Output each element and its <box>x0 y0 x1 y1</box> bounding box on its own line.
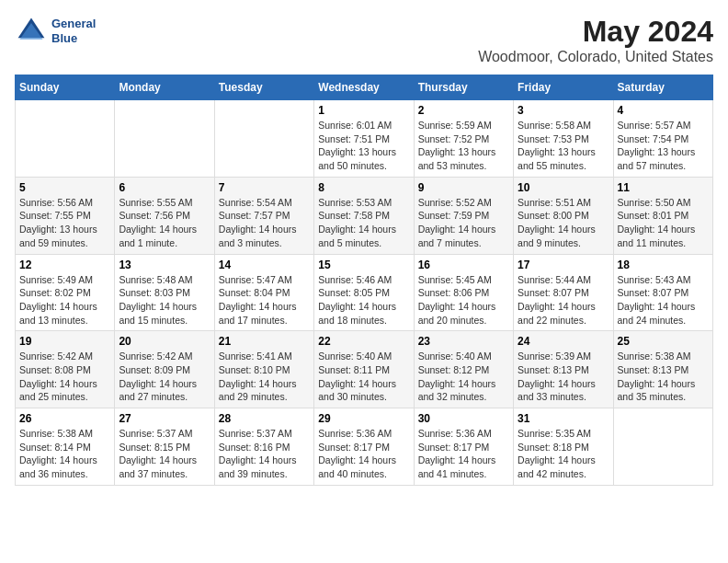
calendar-cell: 31Sunrise: 5:35 AMSunset: 8:18 PMDayligh… <box>514 408 613 486</box>
calendar-subtitle: Woodmoor, Colorado, United States <box>478 49 713 65</box>
calendar-cell: 25Sunrise: 5:38 AMSunset: 8:13 PMDayligh… <box>613 331 712 408</box>
calendar-cell: 4Sunrise: 5:57 AMSunset: 7:54 PMDaylight… <box>613 100 712 178</box>
column-header-sunday: Sunday <box>16 75 115 100</box>
calendar-cell <box>613 408 712 486</box>
calendar-cell: 21Sunrise: 5:41 AMSunset: 8:10 PMDayligh… <box>214 331 313 408</box>
day-number: 14 <box>219 259 310 271</box>
calendar-cell: 7Sunrise: 5:54 AMSunset: 7:57 PMDaylight… <box>214 177 313 254</box>
calendar-cell: 19Sunrise: 5:42 AMSunset: 8:08 PMDayligh… <box>16 331 115 408</box>
day-number: 17 <box>518 259 609 271</box>
day-info: Sunrise: 5:59 AMSunset: 7:52 PMDaylight:… <box>418 119 509 173</box>
calendar-cell: 28Sunrise: 5:37 AMSunset: 8:16 PMDayligh… <box>214 408 313 486</box>
column-header-wednesday: Wednesday <box>314 75 414 100</box>
logo-text: General Blue <box>51 17 96 45</box>
day-number: 12 <box>19 259 110 271</box>
day-info: Sunrise: 5:54 AMSunset: 7:57 PMDaylight:… <box>219 196 310 250</box>
week-row-2: 5Sunrise: 5:56 AMSunset: 7:55 PMDaylight… <box>16 177 713 254</box>
calendar-cell: 29Sunrise: 5:36 AMSunset: 8:17 PMDayligh… <box>314 408 414 486</box>
day-number: 26 <box>19 412 110 425</box>
calendar-table: SundayMondayTuesdayWednesdayThursdayFrid… <box>15 75 713 486</box>
day-info: Sunrise: 5:50 AMSunset: 8:01 PMDaylight:… <box>618 196 709 250</box>
day-info: Sunrise: 5:48 AMSunset: 8:03 PMDaylight:… <box>119 273 210 327</box>
calendar-cell: 16Sunrise: 5:45 AMSunset: 8:06 PMDayligh… <box>414 254 513 331</box>
calendar-cell: 2Sunrise: 5:59 AMSunset: 7:52 PMDaylight… <box>414 100 513 178</box>
day-info: Sunrise: 5:47 AMSunset: 8:04 PMDaylight:… <box>219 273 310 327</box>
day-number: 24 <box>518 335 609 348</box>
column-header-friday: Friday <box>514 75 613 100</box>
calendar-cell: 13Sunrise: 5:48 AMSunset: 8:03 PMDayligh… <box>115 254 214 331</box>
day-number: 31 <box>518 412 609 425</box>
logo: General Blue <box>15 15 96 48</box>
calendar-cell: 26Sunrise: 5:38 AMSunset: 8:14 PMDayligh… <box>16 408 115 486</box>
logo-icon <box>15 15 48 48</box>
day-info: Sunrise: 5:43 AMSunset: 8:07 PMDaylight:… <box>618 273 709 327</box>
week-row-1: 1Sunrise: 6:01 AMSunset: 7:51 PMDaylight… <box>16 100 713 178</box>
day-number: 27 <box>119 412 210 425</box>
calendar-cell: 27Sunrise: 5:37 AMSunset: 8:15 PMDayligh… <box>115 408 214 486</box>
calendar-cell: 23Sunrise: 5:40 AMSunset: 8:12 PMDayligh… <box>414 331 513 408</box>
day-info: Sunrise: 5:42 AMSunset: 8:09 PMDaylight:… <box>119 350 210 404</box>
calendar-cell: 22Sunrise: 5:40 AMSunset: 8:11 PMDayligh… <box>314 331 414 408</box>
calendar-cell: 1Sunrise: 6:01 AMSunset: 7:51 PMDaylight… <box>314 100 414 178</box>
calendar-header: SundayMondayTuesdayWednesdayThursdayFrid… <box>16 75 713 100</box>
day-number: 8 <box>318 181 409 194</box>
day-info: Sunrise: 5:40 AMSunset: 8:12 PMDaylight:… <box>418 350 509 404</box>
day-info: Sunrise: 5:36 AMSunset: 8:17 PMDaylight:… <box>418 427 509 481</box>
calendar-cell <box>16 100 115 178</box>
day-number: 7 <box>219 181 310 194</box>
day-number: 18 <box>618 259 709 271</box>
calendar-cell: 3Sunrise: 5:58 AMSunset: 7:53 PMDaylight… <box>514 100 613 178</box>
day-info: Sunrise: 5:56 AMSunset: 7:55 PMDaylight:… <box>19 196 110 250</box>
day-info: Sunrise: 5:52 AMSunset: 7:59 PMDaylight:… <box>418 196 509 250</box>
title-area: May 2024 Woodmoor, Colorado, United Stat… <box>478 15 713 65</box>
week-row-5: 26Sunrise: 5:38 AMSunset: 8:14 PMDayligh… <box>16 408 713 486</box>
day-info: Sunrise: 5:37 AMSunset: 8:15 PMDaylight:… <box>119 427 210 481</box>
day-info: Sunrise: 5:42 AMSunset: 8:08 PMDaylight:… <box>19 350 110 404</box>
calendar-cell: 9Sunrise: 5:52 AMSunset: 7:59 PMDaylight… <box>414 177 513 254</box>
day-number: 15 <box>318 259 409 271</box>
day-info: Sunrise: 6:01 AMSunset: 7:51 PMDaylight:… <box>318 119 409 173</box>
day-number: 21 <box>219 335 310 348</box>
calendar-cell: 18Sunrise: 5:43 AMSunset: 8:07 PMDayligh… <box>613 254 712 331</box>
day-number: 23 <box>418 335 509 348</box>
day-number: 1 <box>318 104 409 117</box>
day-number: 9 <box>418 181 509 194</box>
day-info: Sunrise: 5:46 AMSunset: 8:05 PMDaylight:… <box>318 273 409 327</box>
day-number: 25 <box>618 335 709 348</box>
day-number: 16 <box>418 259 509 271</box>
day-number: 4 <box>618 104 709 117</box>
day-number: 28 <box>219 412 310 425</box>
day-info: Sunrise: 5:45 AMSunset: 8:06 PMDaylight:… <box>418 273 509 327</box>
day-info: Sunrise: 5:53 AMSunset: 7:58 PMDaylight:… <box>318 196 409 250</box>
calendar-title: May 2024 <box>478 15 713 49</box>
calendar-body: 1Sunrise: 6:01 AMSunset: 7:51 PMDaylight… <box>16 100 713 486</box>
calendar-cell: 14Sunrise: 5:47 AMSunset: 8:04 PMDayligh… <box>214 254 313 331</box>
day-number: 20 <box>119 335 210 348</box>
header-row: SundayMondayTuesdayWednesdayThursdayFrid… <box>16 75 713 100</box>
day-number: 19 <box>19 335 110 348</box>
day-info: Sunrise: 5:38 AMSunset: 8:14 PMDaylight:… <box>19 427 110 481</box>
day-info: Sunrise: 5:38 AMSunset: 8:13 PMDaylight:… <box>618 350 709 404</box>
day-info: Sunrise: 5:55 AMSunset: 7:56 PMDaylight:… <box>119 196 210 250</box>
week-row-4: 19Sunrise: 5:42 AMSunset: 8:08 PMDayligh… <box>16 331 713 408</box>
column-header-monday: Monday <box>115 75 214 100</box>
day-info: Sunrise: 5:51 AMSunset: 8:00 PMDaylight:… <box>518 196 609 250</box>
column-header-saturday: Saturday <box>613 75 712 100</box>
calendar-cell: 15Sunrise: 5:46 AMSunset: 8:05 PMDayligh… <box>314 254 414 331</box>
day-number: 2 <box>418 104 509 117</box>
calendar-cell: 20Sunrise: 5:42 AMSunset: 8:09 PMDayligh… <box>115 331 214 408</box>
day-number: 5 <box>19 181 110 194</box>
calendar-cell: 30Sunrise: 5:36 AMSunset: 8:17 PMDayligh… <box>414 408 513 486</box>
day-number: 10 <box>518 181 609 194</box>
calendar-cell: 8Sunrise: 5:53 AMSunset: 7:58 PMDaylight… <box>314 177 414 254</box>
day-number: 29 <box>318 412 409 425</box>
day-number: 6 <box>119 181 210 194</box>
calendar-cell: 12Sunrise: 5:49 AMSunset: 8:02 PMDayligh… <box>16 254 115 331</box>
calendar-cell: 10Sunrise: 5:51 AMSunset: 8:00 PMDayligh… <box>514 177 613 254</box>
day-info: Sunrise: 5:49 AMSunset: 8:02 PMDaylight:… <box>19 273 110 327</box>
day-info: Sunrise: 5:37 AMSunset: 8:16 PMDaylight:… <box>219 427 310 481</box>
day-info: Sunrise: 5:57 AMSunset: 7:54 PMDaylight:… <box>618 119 709 173</box>
logo-line2: Blue <box>51 31 96 46</box>
calendar-cell: 17Sunrise: 5:44 AMSunset: 8:07 PMDayligh… <box>514 254 613 331</box>
calendar-cell: 11Sunrise: 5:50 AMSunset: 8:01 PMDayligh… <box>613 177 712 254</box>
